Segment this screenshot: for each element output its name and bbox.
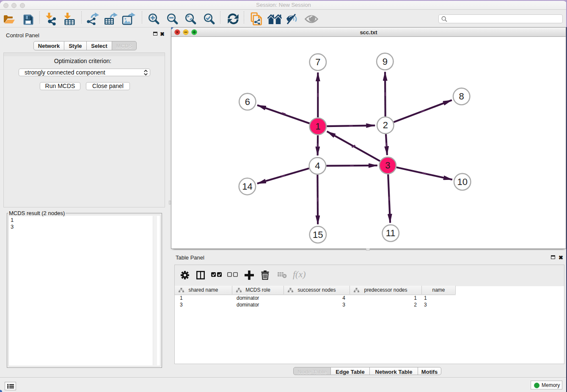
svg-text:4: 4 — [315, 160, 320, 171]
svg-text:11: 11 — [386, 228, 396, 238]
svg-text:2: 2 — [383, 120, 388, 130]
svg-text:3: 3 — [385, 160, 390, 171]
svg-text:10: 10 — [457, 177, 467, 187]
svg-text:14: 14 — [242, 181, 252, 192]
svg-text:9: 9 — [383, 56, 388, 67]
svg-text:1: 1 — [315, 121, 320, 132]
svg-text:6: 6 — [245, 97, 250, 107]
svg-text:8: 8 — [459, 91, 464, 102]
svg-text:7: 7 — [315, 57, 320, 67]
svg-text:15: 15 — [313, 229, 323, 240]
